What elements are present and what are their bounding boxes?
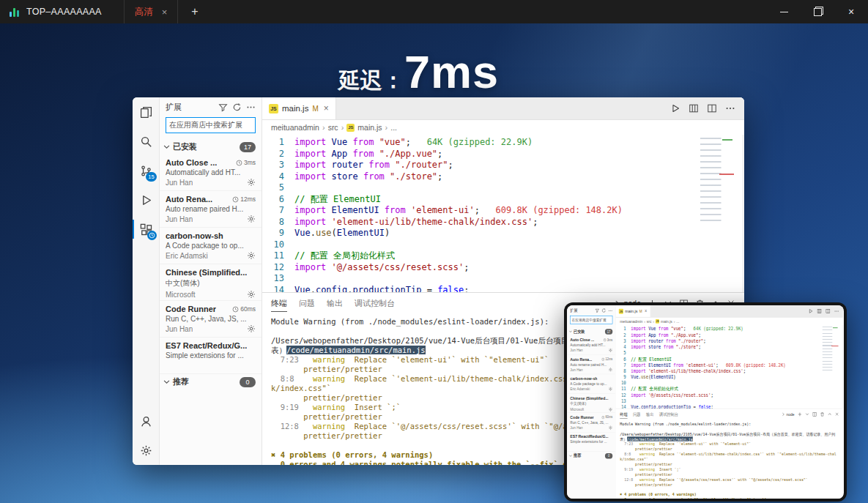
shell-selector[interactable]: node [782,411,795,416]
tab-terminal[interactable]: 终端 [271,294,287,312]
recommended-section-header[interactable]: 推荐 0 [567,452,615,460]
run-file-icon[interactable] [808,308,813,313]
new-terminal-icon[interactable] [798,411,802,417]
more-actions-icon[interactable] [608,308,612,313]
restore-button[interactable] [801,0,834,23]
maximize-panel-icon[interactable] [828,411,832,416]
extension-gear-icon[interactable] [609,348,613,352]
extension-gear-icon[interactable] [247,215,256,223]
extensions-search-input[interactable] [166,117,256,133]
split-editor-icon[interactable] [826,308,831,313]
breadcrumb-symbol[interactable]: ... [676,319,679,324]
tab-problems[interactable]: 问题 [299,294,315,312]
breadcrumb-folder[interactable]: src [647,319,652,324]
extension-description: Automatically add HT... [570,343,612,347]
account-icon[interactable] [133,406,159,436]
tab-close-icon[interactable]: × [162,7,168,18]
refresh-icon[interactable] [601,308,606,313]
editor-actions [670,97,744,119]
editor-tab-mainjs[interactable]: JS main.js M × [616,305,651,317]
extension-gear-icon[interactable] [247,324,256,333]
layout-columns-icon[interactable] [689,103,699,113]
refresh-icon[interactable] [232,103,242,112]
extension-gear-icon[interactable] [609,407,613,411]
extension-gear-icon[interactable] [609,368,613,372]
editor-tab-mainjs[interactable]: JS main.js M × [262,97,336,119]
installed-section-header[interactable]: 已安装 17 [160,139,261,154]
layout-columns-icon[interactable] [817,308,822,313]
installed-label: 已安装 [173,141,197,152]
filter-icon[interactable] [595,308,599,313]
extension-list-item[interactable]: ES7 React/Redux/G... Simple extensions f… [567,433,615,452]
new-tab-button[interactable]: + [191,5,198,18]
code-editor[interactable]: 1import Vue from "vue"; 64K (gzipped: 22… [616,325,844,409]
terminal-output[interactable]: Module Warning (from ./node_modules/esli… [616,420,844,499]
minimize-button[interactable] [767,0,801,23]
breadcrumb-project[interactable]: meituanadmin [271,123,319,132]
split-editor-icon[interactable] [707,103,717,113]
search-icon[interactable] [133,127,159,156]
terminal-dropdown-icon[interactable] [805,411,809,416]
more-actions-icon[interactable] [246,103,256,112]
extension-list-item[interactable]: Chinese (Simplified... 中文(简体) Microsoft [160,264,261,301]
extension-gear-icon[interactable] [609,387,613,391]
extension-gear-icon[interactable] [247,178,256,187]
tab-debug-console[interactable]: 调试控制台 [659,409,678,419]
editor-actions [808,305,843,317]
split-terminal-icon[interactable] [812,411,817,417]
breadcrumb[interactable]: meituanadmin src JS main.js ... [616,317,844,325]
extension-list-item[interactable]: carbon-now-sh A Code package to op... Er… [567,374,615,393]
editor-scrollbar[interactable] [742,135,744,292]
pip-window[interactable]: 15 扩展 已安装 [564,302,847,502]
breadcrumb-project[interactable]: meituanadmin [620,319,642,324]
source-control-icon[interactable]: 15 [133,156,159,185]
extension-list-item[interactable]: Chinese (Simplified... 中文(简体) Microsoft [567,394,615,413]
close-button[interactable]: × [834,0,868,23]
editor-scrollbar[interactable] [842,325,843,409]
minimap[interactable] [823,327,839,372]
close-panel-icon[interactable] [835,411,839,416]
quality-tab[interactable]: 高清 × [124,0,179,23]
filter-icon[interactable] [218,103,228,112]
chevron-down-icon [163,143,171,151]
extension-list-item[interactable]: Auto Rena... 12ms Auto rename paired H..… [160,191,261,228]
tab-terminal[interactable]: 终端 [620,409,627,419]
tab-debug-console[interactable]: 调试控制台 [355,294,395,312]
breadcrumb-symbol[interactable]: ... [390,123,397,132]
extension-gear-icon[interactable] [609,425,613,430]
tab-problems[interactable]: 问题 [633,409,640,419]
extension-list-item[interactable]: Auto Close ... 3ms Automatically add HT.… [160,154,261,191]
extensions-search-input[interactable] [570,316,612,324]
extension-gear-icon[interactable] [247,251,256,260]
run-file-icon[interactable] [670,103,680,113]
extension-list-item[interactable]: Auto Rena... 12ms Auto rename paired H..… [567,355,615,374]
breadcrumb-file[interactable]: main.js [357,123,382,132]
breadcrumb-folder[interactable]: src [328,123,338,132]
more-actions-icon[interactable] [725,103,735,113]
extension-list-item[interactable]: carbon-now-sh A Code package to op... Er… [160,228,261,264]
more-actions-icon[interactable] [834,308,839,313]
extension-list-item[interactable]: Code Runner 60ms Run C, C++, Java, JS, .… [567,413,615,432]
code-editor[interactable]: 1import Vue from "vue"; 64K (gzipped: 22… [262,135,744,292]
extension-list-item[interactable]: Auto Close ... 3ms Automatically add HT.… [567,335,615,354]
run-debug-icon[interactable] [133,185,159,215]
breadcrumb-file[interactable]: main.js [661,319,672,324]
code-line: 8import 'element-ui/lib/theme-chalk/inde… [262,217,744,228]
extensions-icon[interactable] [133,215,159,244]
extension-list-item[interactable]: Code Runner 60ms Run C, C++, Java, JS, .… [160,301,261,338]
installed-section-header[interactable]: 已安装 17 [567,327,615,335]
minimap[interactable] [700,138,734,224]
settings-gear-icon[interactable] [133,436,159,465]
explorer-icon[interactable] [133,97,159,127]
tab-close-icon[interactable]: × [645,308,647,313]
extension-description: A Code package to op... [166,242,256,250]
extension-description: Auto rename paired H... [570,362,612,367]
recommended-section-header[interactable]: 推荐 0 [160,374,261,390]
tab-output[interactable]: 输出 [327,294,343,312]
tab-output[interactable]: 输出 [646,409,653,419]
breadcrumb[interactable]: meituanadmin src JS main.js ... [262,120,744,135]
extension-gear-icon[interactable] [247,290,256,299]
extension-list-item[interactable]: ES7 React/Redux/G... Simple extensions f… [160,338,261,374]
tab-close-icon[interactable]: × [324,103,329,113]
kill-terminal-icon[interactable] [820,411,824,417]
